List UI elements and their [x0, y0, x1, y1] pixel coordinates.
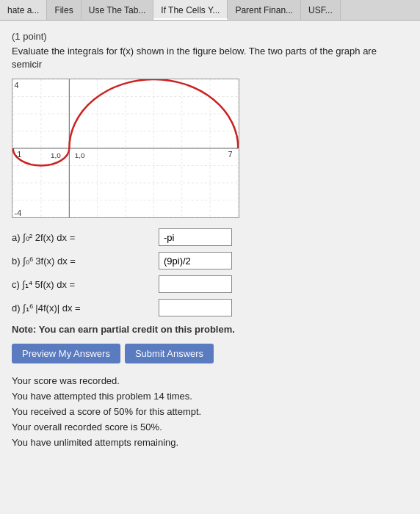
answer-row-d: d) ∫₁⁶ |4f(x)| dx = — [12, 299, 408, 316]
graph-svg: 4 -1 7 -4 1,0 1,0 — [12, 79, 239, 217]
button-row: Preview My Answers Submit Answers — [12, 344, 408, 363]
point-label: (1 point) — [12, 31, 408, 42]
input-b[interactable] — [159, 252, 232, 269]
tab-files[interactable]: Files — [47, 0, 81, 20]
tab-if-cells[interactable]: If The Cells Y... — [153, 0, 228, 20]
input-a[interactable] — [159, 228, 232, 246]
score-line-5: You have unlimited attempts remaining. — [12, 435, 408, 451]
score-line-1: Your score was recorded. — [12, 374, 408, 389]
tab-usf[interactable]: USF... — [301, 0, 341, 20]
input-d[interactable] — [159, 299, 232, 316]
answer-row-a: a) ∫₀² 2f(x) dx = — [12, 228, 408, 246]
svg-text:1,0: 1,0 — [75, 151, 85, 159]
input-c[interactable] — [159, 275, 232, 293]
score-line-2: You have attempted this problem 14 times… — [12, 389, 408, 405]
label-a: a) ∫₀² 2f(x) dx = — [12, 232, 159, 243]
label-d: d) ∫₁⁶ |4f(x)| dx = — [12, 303, 159, 314]
submit-button[interactable]: Submit Answers — [125, 344, 214, 363]
tab-use-tab[interactable]: Use The Tab... — [82, 0, 154, 20]
problem-text: Evaluate the integrals for f(x) shown in… — [12, 45, 408, 71]
tab-bar: hate a... Files Use The Tab... If The Ce… — [0, 0, 420, 21]
label-c: c) ∫₁⁴ 5f(x) dx = — [12, 279, 159, 290]
preview-button[interactable]: Preview My Answers — [12, 344, 120, 363]
graph-container: 4 -1 7 -4 1,0 1,0 — [12, 79, 239, 218]
answer-section: a) ∫₀² 2f(x) dx = b) ∫₀⁶ 3f(x) dx = c) ∫… — [12, 228, 408, 316]
main-content: (1 point) Evaluate the integrals for f(x… — [0, 21, 420, 514]
svg-text:7: 7 — [228, 150, 233, 159]
svg-text:4: 4 — [15, 81, 19, 90]
answer-row-b: b) ∫₀⁶ 3f(x) dx = — [12, 252, 408, 269]
label-b: b) ∫₀⁶ 3f(x) dx = — [12, 256, 159, 267]
score-line-4: Your overall recorded score is 50%. — [12, 420, 408, 435]
note-body: You can earn partial credit on this prob… — [39, 324, 235, 335]
svg-text:1,0: 1,0 — [51, 151, 61, 159]
tab-hate[interactable]: hate a... — [0, 0, 47, 20]
score-info: Your score was recorded. You have attemp… — [12, 374, 408, 450]
svg-text:-4: -4 — [15, 209, 22, 217]
note-bold: Note: — [12, 324, 36, 335]
tab-parent-finan[interactable]: Parent Finan... — [228, 0, 301, 20]
score-line-3: You received a score of 50% for this att… — [12, 405, 408, 420]
answer-row-c: c) ∫₁⁴ 5f(x) dx = — [12, 275, 408, 293]
note-text: Note: You can earn partial credit on thi… — [12, 324, 408, 335]
